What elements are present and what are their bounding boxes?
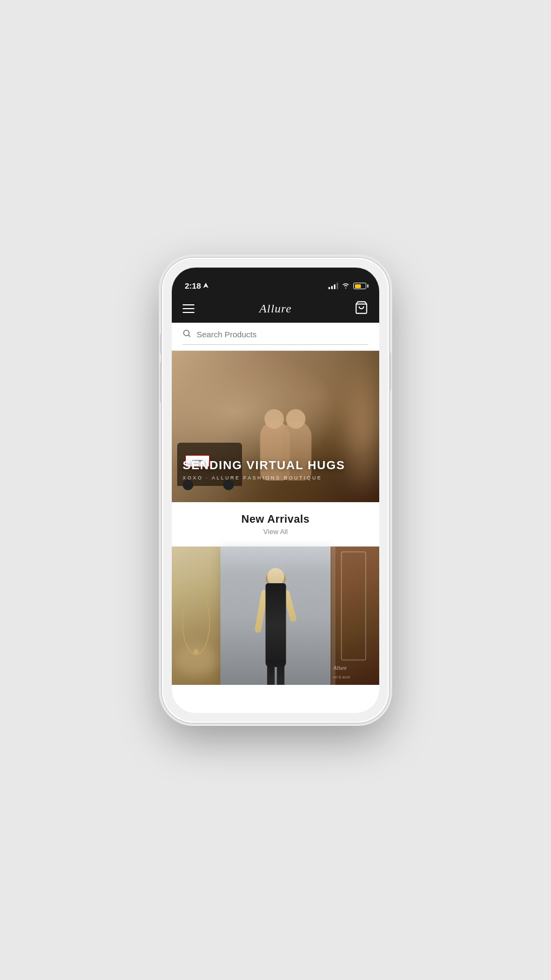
signal-bars-icon: [328, 283, 338, 289]
battery-body: [353, 283, 366, 289]
app-logo: Allure: [259, 302, 292, 316]
phone-screen: 2:18: [172, 268, 379, 713]
svg-point-4: [183, 590, 210, 655]
svg-rect-6: [341, 552, 366, 660]
product-card-center[interactable]: [220, 546, 331, 685]
phone-wrapper: 2:18: [162, 258, 389, 723]
search-input-wrapper: [183, 329, 368, 345]
model-leg-left: [267, 660, 274, 685]
hero-background: HARTIN SENDING VIRTUAL HUGS XOXO · ALLUR…: [172, 351, 379, 502]
cart-svg-icon: [354, 301, 368, 315]
svg-line-3: [189, 335, 191, 337]
search-bar: [172, 323, 379, 351]
scroll-content[interactable]: Allure: [172, 295, 379, 685]
search-input[interactable]: [197, 330, 368, 339]
model-figure: [253, 568, 299, 685]
product-card-left[interactable]: [172, 546, 220, 685]
jewelry-decoration: [177, 568, 215, 676]
product-image-center: [220, 546, 331, 685]
logo-text: Allure: [259, 302, 292, 315]
wifi-icon: [341, 282, 350, 290]
new-arrivals-section: New Arrivals View All: [172, 502, 379, 540]
battery-icon: [353, 283, 366, 289]
hero-title: SENDING VIRTUAL HUGS: [183, 458, 368, 472]
product-card-right[interactable]: [331, 546, 379, 685]
product-carousel[interactable]: [172, 540, 379, 685]
status-bar: 2:18: [172, 268, 379, 295]
status-icons: [328, 282, 366, 290]
product-image-right: [331, 546, 379, 685]
search-icon: [183, 329, 191, 340]
model-leg-right: [277, 660, 284, 685]
model-legs: [267, 660, 284, 685]
hero-subtitle: XOXO · ALLURE FASHIONS BOUTIQUE: [183, 475, 368, 481]
store-interior-decoration: [331, 546, 379, 685]
hamburger-menu-button[interactable]: [183, 304, 194, 313]
cart-button[interactable]: [354, 301, 368, 317]
app-header: Allure: [172, 295, 379, 323]
notch: [240, 268, 311, 283]
view-all-link[interactable]: View All: [172, 528, 379, 536]
svg-marker-0: [203, 283, 209, 288]
new-arrivals-title: New Arrivals: [172, 513, 379, 525]
hero-banner: HARTIN SENDING VIRTUAL HUGS XOXO · ALLUR…: [172, 351, 379, 502]
location-arrow-icon: [203, 283, 209, 288]
battery-fill: [355, 284, 361, 288]
time-display: 2:18: [185, 281, 201, 290]
wifi-symbol: [341, 282, 350, 289]
product-image-left: [172, 546, 220, 685]
search-svg-icon: [183, 329, 191, 338]
svg-point-5: [193, 649, 199, 655]
model-body: [265, 583, 286, 667]
hero-text-overlay: SENDING VIRTUAL HUGS XOXO · ALLURE FASHI…: [183, 458, 368, 480]
